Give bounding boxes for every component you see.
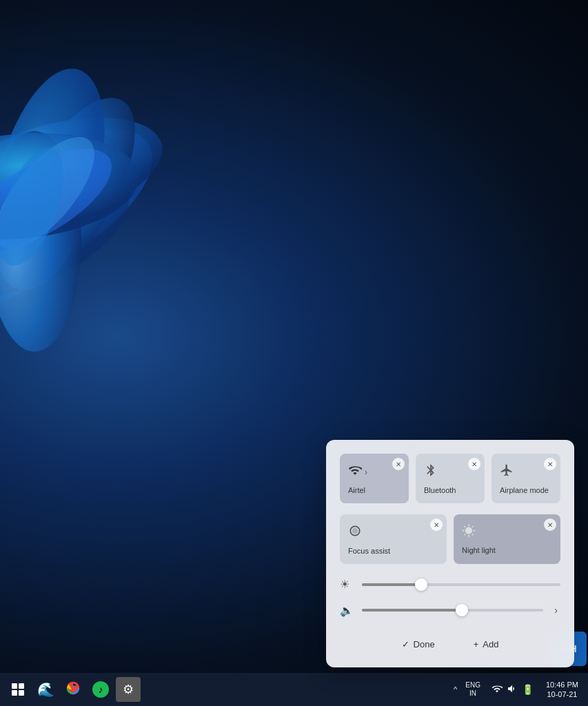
wifi-arrow: › (365, 467, 367, 477)
windows-logo (12, 683, 24, 696)
brightness-slider-row: ☀ (340, 578, 560, 591)
bluetooth-label: Bluetooth (424, 486, 456, 494)
chrome-button[interactable] (61, 677, 85, 702)
airplane-tile[interactable]: ✕ Airplane mode (491, 454, 560, 503)
tiles-row-2: ✕ Focus assist ✕ Night light (340, 514, 560, 564)
bluetooth-tile[interactable]: ✕ Bluetooth (416, 454, 485, 503)
add-label: Add (483, 639, 498, 649)
battery-tray-icon: 🔋 (522, 684, 534, 695)
done-checkmark: ✓ (402, 639, 409, 649)
night-light-label: Night light (462, 546, 496, 554)
night-light-icon (462, 524, 476, 541)
settings-button[interactable]: ⚙ (116, 677, 141, 702)
wifi-tile[interactable]: ✕ › Airtel (340, 454, 409, 503)
wifi-icon (348, 463, 362, 481)
night-light-tile-edit[interactable]: ✕ (544, 518, 556, 531)
volume-tray-icon (507, 683, 518, 696)
tray-chevron-button[interactable]: ^ (451, 683, 460, 696)
done-button[interactable]: ✓ Done (394, 635, 443, 654)
clock-time: 10:46 PM (546, 680, 578, 689)
volume-slider[interactable] (362, 609, 543, 612)
spotify-icon: ♪ (92, 681, 109, 698)
brightness-slider[interactable] (362, 583, 560, 586)
brightness-fill (362, 583, 421, 586)
taskbar: 🌊 ♪ ⚙ ^ ENG IN (0, 673, 588, 706)
eng-label: ENG (465, 681, 480, 689)
focus-tile[interactable]: ✕ Focus assist (340, 514, 447, 564)
airplane-tile-edit[interactable]: ✕ (544, 458, 556, 470)
windows-start-button[interactable] (6, 677, 30, 702)
chrome-icon (65, 680, 81, 699)
in-label: IN (469, 689, 476, 698)
brightness-icon: ☀ (340, 578, 354, 591)
tiles-row-1: ✕ › Airtel ✕ Bluetooth ✕ (340, 454, 560, 503)
volume-icon: 🔈 (340, 604, 354, 617)
brightness-thumb[interactable] (415, 578, 427, 591)
wifi-label: Airtel (348, 486, 365, 494)
night-light-tile[interactable]: ✕ Night light (454, 514, 560, 564)
focus-label: Focus assist (348, 547, 390, 555)
quick-settings-panel: ✕ › Airtel ✕ Bluetooth ✕ (326, 440, 574, 667)
focus-icon (348, 524, 362, 541)
network-volume-battery-tray[interactable]: 🔋 (486, 680, 539, 699)
clock-area[interactable]: 10:46 PM 10-07-21 (542, 678, 582, 701)
airplane-label: Airplane mode (500, 486, 549, 494)
airplane-icon (500, 463, 514, 481)
taskbar-system-tray: ^ ENG IN 🔋 10:46 PM 10-07-21 (451, 678, 582, 701)
done-label: Done (414, 639, 435, 649)
volume-expand-button[interactable]: › (551, 603, 560, 617)
settings-icon: ⚙ (123, 682, 134, 697)
desktop-wallpaper (0, 0, 345, 448)
focus-tile-edit[interactable]: ✕ (430, 518, 443, 531)
panel-footer: ✓ Done + Add (340, 629, 560, 654)
wifi-tray-icon (491, 683, 503, 696)
wifi-tile-edit[interactable]: ✕ (392, 458, 405, 470)
edge-button[interactable]: 🌊 (33, 677, 58, 702)
volume-fill (362, 609, 462, 612)
spotify-button[interactable]: ♪ (88, 677, 113, 702)
add-button[interactable]: + Add (465, 635, 507, 654)
bluetooth-icon (424, 463, 438, 481)
volume-thumb[interactable] (456, 604, 468, 616)
language-indicator[interactable]: ENG IN (463, 680, 483, 699)
volume-slider-row: 🔈 › (340, 603, 560, 617)
edge-icon: 🌊 (37, 681, 54, 698)
clock-date: 10-07-21 (547, 689, 577, 699)
bluetooth-tile-edit[interactable]: ✕ (468, 458, 480, 470)
taskbar-apps: 🌊 ♪ ⚙ (6, 677, 141, 702)
add-plus: + (474, 639, 479, 649)
